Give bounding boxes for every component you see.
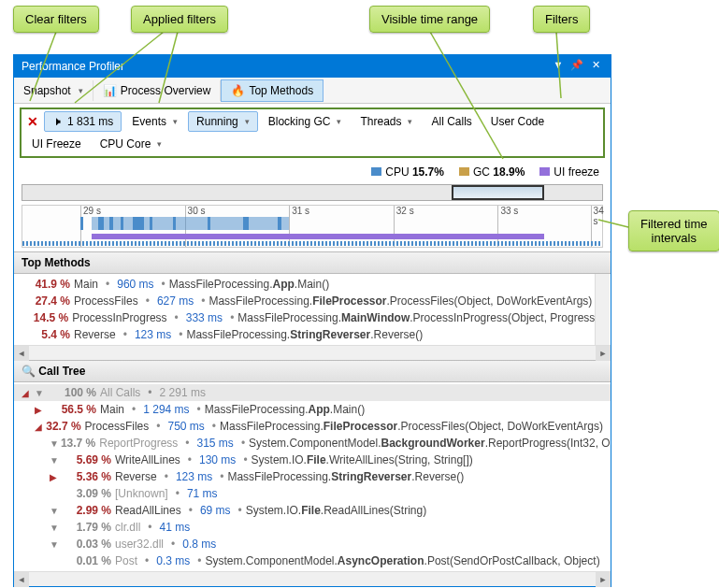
legend: CPU 15.7% GC 18.9% UI freeze: [14, 162, 611, 182]
tree-row[interactable]: ◢32.7 %ProcessFiles•750 ms•MassFileProce…: [14, 418, 611, 435]
dropdown-icon[interactable]: ▼: [551, 59, 566, 74]
tab-top-methods[interactable]: 🔥 Top Methods: [221, 79, 324, 102]
tree-row[interactable]: ▶5.36 %Reverse•123 ms•MassFileProcessing…: [14, 468, 611, 485]
callout-visible-time-range: Visible time range: [369, 6, 490, 33]
tab-process-overview[interactable]: 📊 Process Overview: [93, 80, 222, 101]
filter-time-range[interactable]: 🕨 1 831 ms: [44, 111, 122, 132]
performance-profiler-window: Performance Profiler ▼ 📌 ✕ Snapshot 📊 Pr…: [13, 54, 611, 587]
tree-row[interactable]: 3.09 %[Unknown]•71 ms: [14, 485, 611, 502]
callout-filtered-time-intervals: Filtered time intervals: [628, 210, 719, 251]
timeline-overview[interactable]: [22, 184, 603, 201]
window-title: Performance Profiler: [22, 60, 124, 73]
scrollbar-horizontal[interactable]: ◄►: [14, 345, 611, 360]
tree-row[interactable]: ▼5.69 %WriteAllLines•130 ms•System.IO.Fi…: [14, 452, 611, 468]
scrollbar-vertical[interactable]: [595, 274, 610, 345]
method-row[interactable]: 27.4 %ProcessFiles•627 ms•MassFileProces…: [14, 293, 611, 309]
pin-icon[interactable]: 📌: [569, 59, 584, 74]
filter-events[interactable]: Events: [123, 111, 186, 132]
tree-row[interactable]: 0.01 %Post•0.3 ms•System.ComponentModel.…: [14, 552, 611, 569]
filter-threads[interactable]: Threads: [352, 111, 421, 132]
tree-row[interactable]: ▼13.7 %ReportProgress•315 ms•System.Comp…: [14, 435, 611, 452]
visible-range-slider[interactable]: [452, 185, 544, 200]
tree-row[interactable]: ▼0.03 %user32.dll•0.8 ms: [14, 536, 611, 552]
filter-all-calls[interactable]: All Calls: [423, 111, 480, 132]
cpu-swatch: [371, 167, 381, 176]
call-tree-root[interactable]: ◢ ▼ 100 % All Calls •2 291 ms: [14, 384, 611, 401]
timeline-detail[interactable]: 29 s 30 s 31 s 32 s 33 s 34 s: [22, 205, 603, 248]
flame-icon: 🔥: [231, 84, 244, 97]
titlebar[interactable]: Performance Profiler ▼ 📌 ✕: [14, 55, 611, 78]
tabs-row: Snapshot 📊 Process Overview 🔥 Top Method…: [14, 78, 611, 104]
call-tree-list: ◢ ▼ 100 % All Calls •2 291 ms ▶56.5 %Mai…: [14, 382, 611, 571]
tree-row[interactable]: ▼2.99 %ReadAllLines•69 ms•System.IO.File…: [14, 502, 611, 519]
filter-running[interactable]: Running: [188, 111, 258, 132]
method-row[interactable]: 14.5 %ProcessInProgress•333 ms•MassFileP…: [14, 309, 611, 326]
callout-applied-filters: Applied filters: [131, 6, 228, 33]
top-methods-header: Top Methods: [14, 251, 611, 274]
method-row[interactable]: 5.4 %Reverse•123 ms•MassFileProcessing.S…: [14, 326, 611, 343]
filters-box: ✕ 🕨 1 831 ms Events Running Blocking GC …: [20, 108, 605, 158]
top-methods-list: 41.9 %Main•960 ms•MassFileProcessing.App…: [14, 274, 611, 345]
uifreeze-swatch: [539, 167, 550, 176]
gc-swatch: [459, 167, 469, 176]
tree-row[interactable]: ▼1.79 %clr.dll•41 ms: [14, 519, 611, 536]
filter-user-code[interactable]: User Code: [482, 111, 553, 132]
tree-row[interactable]: ▶56.5 %Main•1 294 ms•MassFileProcessing.…: [14, 401, 611, 418]
callout-clear-filters: Clear filters: [13, 6, 99, 33]
chart-icon: 📊: [103, 84, 116, 97]
close-icon[interactable]: ✕: [588, 59, 603, 74]
filter-blocking-gc[interactable]: Blocking GC: [260, 111, 351, 132]
tab-snapshot[interactable]: Snapshot: [14, 80, 93, 101]
scrollbar-horizontal[interactable]: ◄►: [14, 571, 611, 586]
callout-filters: Filters: [533, 6, 590, 33]
clear-filters-button[interactable]: ✕: [23, 114, 42, 129]
filter-cpu-core[interactable]: CPU Core: [92, 134, 171, 154]
call-tree-header: 🔍 Call Tree: [14, 360, 611, 382]
method-row[interactable]: 41.9 %Main•960 ms•MassFileProcessing.App…: [14, 276, 611, 293]
filter-ui-freeze[interactable]: UI Freeze: [23, 134, 90, 154]
